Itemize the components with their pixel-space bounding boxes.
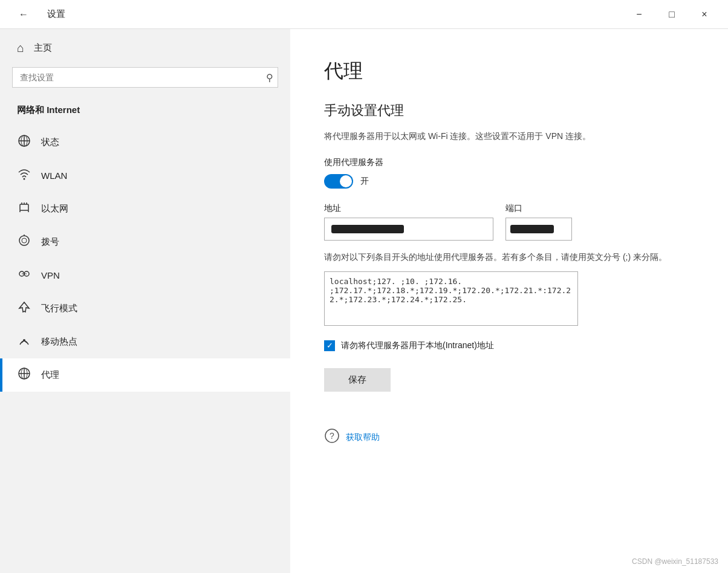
- hotspot-icon: [17, 334, 31, 350]
- intranet-checkbox[interactable]: [324, 340, 335, 351]
- address-field-group: 地址: [324, 203, 493, 241]
- description-text: 将代理服务器用于以太网或 Wi-Fi 连接。这些设置不适用于 VPN 连接。: [324, 129, 687, 143]
- proxy-exceptions-input[interactable]: localhost;127. ;10. ;172.16. ;172.17.*;1…: [324, 271, 578, 326]
- sidebar-home-item[interactable]: ⌂ 主页: [0, 29, 290, 67]
- sidebar-item-airplane[interactable]: 飞行模式: [0, 292, 290, 325]
- section-title: 手动设置代理: [324, 102, 694, 120]
- proxy-icon: [17, 367, 31, 383]
- sidebar-item-ethernet[interactable]: 以太网: [0, 192, 290, 225]
- sidebar-item-label-proxy: 代理: [41, 369, 59, 381]
- no-proxy-note: 请勿对以下列条目开头的地址使用代理服务器。若有多个条目，请使用英文分号 (;) …: [324, 250, 687, 264]
- proxy-toggle-state: 开: [360, 176, 369, 187]
- sidebar-item-label-ethernet: 以太网: [41, 203, 68, 215]
- vpn-icon: [17, 267, 31, 283]
- proxy-toggle-switch[interactable]: [324, 174, 353, 189]
- address-port-row: 地址 端口: [324, 203, 694, 241]
- sidebar: ⌂ 主页 ⚲ 网络和 Internet 状态 WLAN: [0, 29, 290, 573]
- titlebar-left: ← 设置: [10, 5, 65, 24]
- main-layout: ⌂ 主页 ⚲ 网络和 Internet 状态 WLAN: [0, 29, 728, 573]
- titlebar-controls: − □ ×: [625, 5, 718, 24]
- help-icon: ?: [324, 428, 340, 447]
- search-box: ⚲: [12, 67, 278, 88]
- sidebar-item-label-dialup: 拨号: [41, 236, 59, 248]
- help-row: ? 获取帮助: [324, 428, 694, 447]
- svg-point-4: [24, 178, 25, 180]
- titlebar: ← 设置 − □ ×: [0, 0, 728, 29]
- ethernet-icon: [17, 201, 31, 217]
- svg-point-11: [19, 236, 29, 245]
- port-field-group: 端口: [505, 203, 572, 241]
- status-icon: [17, 134, 31, 151]
- home-label: 主页: [34, 42, 52, 54]
- proxy-toggle-section: 使用代理服务器 开: [324, 157, 694, 189]
- port-input[interactable]: [505, 218, 572, 241]
- back-button[interactable]: ←: [10, 5, 37, 24]
- sidebar-item-label-airplane: 飞行模式: [41, 303, 77, 314]
- minimize-button[interactable]: −: [625, 5, 653, 24]
- maximize-button[interactable]: □: [658, 5, 686, 24]
- svg-text:?: ?: [330, 431, 334, 441]
- intranet-checkbox-row[interactable]: 请勿将代理服务器用于本地(Intranet)地址: [324, 340, 694, 351]
- help-link[interactable]: 获取帮助: [346, 432, 380, 443]
- sidebar-item-hotspot[interactable]: 移动热点: [0, 325, 290, 358]
- intranet-checkbox-label: 请勿将代理服务器用于本地(Intranet)地址: [341, 340, 494, 351]
- sidebar-section-title: 网络和 Internet: [0, 100, 290, 126]
- sidebar-item-vpn[interactable]: VPN: [0, 259, 290, 292]
- wlan-icon: [17, 167, 31, 184]
- watermark: CSDN @weixin_51187533: [632, 557, 718, 566]
- close-button[interactable]: ×: [691, 5, 718, 24]
- save-button[interactable]: 保存: [324, 368, 391, 392]
- address-input[interactable]: [324, 218, 493, 241]
- port-label: 端口: [505, 203, 572, 214]
- proxy-toggle-label: 使用代理服务器: [324, 157, 694, 168]
- airplane-icon: [17, 300, 31, 317]
- dialup-icon: [17, 234, 31, 250]
- sidebar-item-dialup[interactable]: 拨号: [0, 225, 290, 259]
- sidebar-item-wlan[interactable]: WLAN: [0, 159, 290, 192]
- address-label: 地址: [324, 203, 493, 214]
- search-input[interactable]: [12, 67, 278, 88]
- sidebar-item-proxy[interactable]: 代理: [0, 358, 290, 392]
- sidebar-item-status[interactable]: 状态: [0, 126, 290, 159]
- sidebar-item-label-wlan: WLAN: [41, 170, 67, 181]
- proxy-toggle-row: 开: [324, 174, 694, 189]
- search-button[interactable]: ⚲: [266, 72, 273, 83]
- titlebar-title: 设置: [47, 8, 65, 20]
- content-area: 代理 手动设置代理 将代理服务器用于以太网或 Wi-Fi 连接。这些设置不适用于…: [290, 29, 728, 573]
- svg-rect-5: [20, 204, 28, 210]
- sidebar-item-label-status: 状态: [41, 137, 59, 148]
- home-icon: ⌂: [17, 41, 24, 55]
- page-title: 代理: [324, 58, 694, 85]
- sidebar-item-label-hotspot: 移动热点: [41, 336, 77, 348]
- svg-point-12: [22, 238, 27, 243]
- sidebar-item-label-vpn: VPN: [41, 270, 60, 280]
